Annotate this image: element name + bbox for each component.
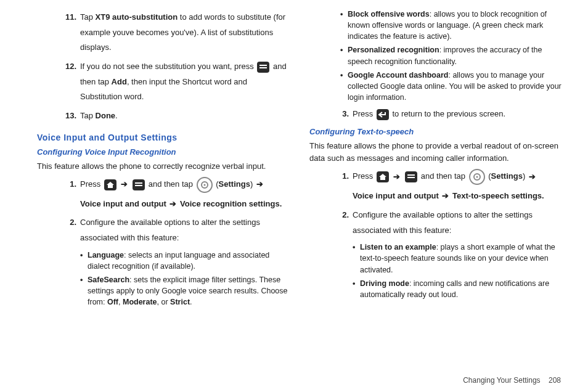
bullet-title: Personalized recognition [348,46,439,54]
bullet-title: Google Account dashboard [348,71,448,80]
menu-icon [257,62,269,73]
text: , or [157,298,171,306]
gear-icon [469,169,485,185]
bullet-dot: • [340,9,348,42]
list-item: 2. Configure the available options to al… [59,215,291,245]
bullet-item: • Driving mode: incoming calls and new n… [353,278,563,300]
list-item: 13. Tap Done. [59,108,291,124]
gear-icon [197,177,213,193]
list-item: 1. Press ➔ and then tap (Settings) ➔ Voi… [332,169,563,204]
text: Configure the available options to alter… [80,215,291,245]
option-moderate: Moderate [123,298,157,306]
svg-point-5 [203,184,205,186]
settings-label: Settings [219,179,250,189]
text: and then tap [421,172,468,181]
svg-rect-2 [135,182,142,184]
path-segment: Text-to-speech settings [452,191,542,200]
item-number: 2. [59,215,80,245]
bullet-title: SafeSearch [88,276,129,284]
bold-term: XT9 auto-substitution [96,12,178,22]
svg-rect-3 [135,185,142,186]
bullet-dot: • [80,274,88,308]
item-number: 1. [332,169,353,204]
bullet-item: • Listen to an example: plays a short ex… [353,242,563,275]
item-number: 2. [332,208,353,238]
subheading-tts: Configuring Text-to-speech [309,127,563,136]
arrow-icon: ➔ [442,191,449,200]
list-item: 1. Press ➔ and then tap (Settings) ➔ Voi… [59,177,291,212]
menu-icon [133,179,145,190]
text: . [115,111,118,120]
list-item: 2. Configure the available options to al… [332,208,563,238]
text: to return to the previous screen. [392,109,505,118]
bullet-title: Listen to an example [360,243,436,251]
bullet-dot: • [340,44,348,67]
arrow-icon: ➔ [169,199,176,208]
arrow-icon: ➔ [393,172,400,181]
svg-rect-6 [407,174,415,176]
footer-page-number: 208 [549,376,561,385]
bullet-dot: • [353,242,360,275]
bullet-dot: • [80,250,88,272]
bullet-item: • Language: selects an input language an… [80,250,291,272]
page-footer: Changing Your Settings 208 [463,376,561,385]
svg-rect-0 [259,65,267,66]
arrow-icon: ➔ [121,179,128,189]
right-column: • Block offensive words: allows you to b… [309,6,563,310]
intro-text: This feature allows the phone to provide… [309,140,563,166]
bullet-title: Block offensive words [348,10,430,18]
text: Press [353,172,375,181]
svg-rect-7 [407,177,415,178]
path-segment: Voice recognition settings [180,199,280,208]
option-off: Off [107,298,118,306]
item-number: 11. [59,10,80,55]
bullet-title: Language [88,251,124,259]
bullet-item: • SafeSearch: sets the explicit image fi… [80,274,291,308]
bullet-title: Driving mode [360,279,409,288]
text: Press [353,109,375,118]
path-segment: Voice input and output [80,199,166,208]
text: Tap [80,111,96,120]
item-number: 3. [332,107,353,122]
svg-rect-1 [259,67,267,68]
intro-text: This feature allows the phone to correct… [37,160,291,173]
path-segment: Voice input and output [353,191,439,200]
menu-icon [405,171,417,182]
list-item: 11. Tap XT9 auto-substitution to add wor… [59,10,291,55]
bullet-dot: • [340,70,348,103]
subheading-voice-input: Configuring Voice Input Recognition [37,147,291,157]
item-number: 13. [59,108,80,124]
text: If you do not see the substitution you w… [80,62,256,71]
list-item: 3. Press to return to the previous scree… [332,107,563,122]
item-number: 12. [59,59,80,105]
svg-point-9 [476,176,478,178]
text: Configure the available options to alter… [353,208,563,238]
back-icon [377,109,389,120]
text: Tap [80,12,96,22]
list-item: 12. If you do not see the substitution y… [59,59,291,105]
arrow-icon: ➔ [256,179,263,189]
heading-voice-io-settings: Voice Input and Output Settings [37,133,291,142]
bullet-dot: • [353,278,360,300]
footer-section: Changing Your Settings [463,376,540,385]
text: and then tap [149,179,195,189]
home-icon [104,179,116,190]
settings-label: Settings [491,172,523,181]
bold-term: Add [112,77,127,86]
arrow-icon: ➔ [529,172,536,181]
text: Press [80,179,103,189]
left-column: 11. Tap XT9 auto-substitution to add wor… [37,6,291,310]
bullet-item: • Google Account dashboard: allows you t… [340,70,563,103]
bold-term: Done [96,111,116,120]
option-strict: Strict [170,298,190,306]
home-icon [377,171,389,182]
bullet-item: • Personalized recognition: improves the… [340,44,563,67]
bullet-item: • Block offensive words: allows you to b… [340,9,563,42]
item-number: 1. [59,177,80,212]
